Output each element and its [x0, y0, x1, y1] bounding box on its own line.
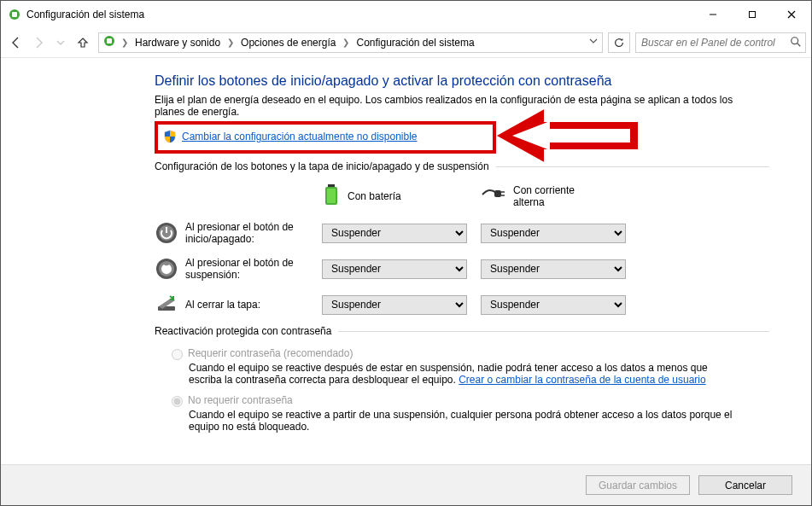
uac-shield-icon [163, 130, 177, 143]
require-password-description: Cuando el equipo se reactive después de … [189, 362, 735, 386]
breadcrumb[interactable]: Hardware y sonido [133, 35, 222, 50]
breadcrumb-separator: ❯ [339, 38, 353, 47]
search-input[interactable] [636, 33, 805, 52]
svg-rect-7 [107, 38, 112, 44]
cancel-button[interactable]: Cancelar [698, 475, 792, 495]
window: Configuración del sistema [0, 0, 812, 506]
no-password-description: Cuando el equipo se reactive a partir de… [189, 409, 735, 433]
svg-rect-1 [12, 12, 17, 17]
search-box[interactable] [635, 32, 806, 53]
svg-rect-12 [327, 189, 336, 203]
close-button[interactable] [772, 1, 811, 27]
sleep-button-label: Al presionar el botón de suspensión: [185, 257, 322, 281]
breadcrumb[interactable]: Opciones de energía [239, 35, 337, 50]
back-button[interactable] [6, 32, 26, 53]
breadcrumb-separator: ❯ [118, 38, 131, 47]
power-button-icon [155, 221, 185, 245]
titlebar: Configuración del sistema [1, 1, 811, 27]
save-button: Guardar cambios [586, 475, 690, 495]
svg-rect-13 [494, 190, 501, 197]
power-button-label: Al presionar el botón de inicio/apagado: [185, 221, 322, 245]
page-title: Definir los botones de inicio/apagado y … [155, 73, 769, 89]
require-password-label: Requerir contraseña (recomendado) [188, 347, 353, 359]
create-change-password-link[interactable]: Crear o cambiar la contraseña de la cuen… [459, 374, 706, 386]
password-on-wake-group: Reactivación protegida con contraseña Re… [155, 325, 769, 433]
address-bar[interactable]: ❯ Hardware y sonido ❯ Opciones de energí… [98, 32, 603, 53]
up-button[interactable] [73, 32, 93, 53]
power-button-ac-select[interactable]: Suspender [481, 224, 626, 243]
window-title: Configuración del sistema [26, 9, 144, 20]
close-lid-battery-select[interactable]: Suspender [322, 295, 467, 315]
no-password-label: No requerir contraseña [188, 394, 293, 406]
plugged-in-header: Con corriente alterna [481, 184, 640, 208]
control-panel-icon [102, 34, 116, 50]
close-lid-label: Al cerrar la tapa: [185, 299, 322, 311]
page-description: Elija el plan de energía deseado en el e… [155, 94, 752, 118]
minimize-button[interactable] [693, 1, 733, 27]
no-password-radio [172, 396, 183, 407]
svg-point-8 [792, 37, 798, 44]
require-password-radio [172, 349, 183, 360]
chevron-down-icon[interactable] [588, 36, 599, 49]
battery-icon [322, 183, 341, 209]
annotation-highlight: Cambiar la configuración actualmente no … [155, 121, 496, 154]
sleep-button-icon [155, 257, 185, 281]
maximize-button[interactable] [733, 1, 772, 27]
sleep-button-battery-select[interactable]: Suspender [322, 259, 467, 279]
footer: Guardar cambios Cancelar [1, 464, 811, 505]
control-panel-icon [8, 8, 21, 21]
recent-locations-button[interactable] [50, 32, 71, 53]
svg-line-9 [797, 43, 801, 46]
breadcrumb-separator: ❯ [224, 38, 237, 47]
content-area: Definir los botones de inicio/apagado y … [1, 58, 811, 464]
buttons-lid-group: Configuración de los botones y la tapa d… [155, 160, 769, 317]
power-button-battery-select[interactable]: Suspender [322, 224, 467, 243]
navbar: ❯ Hardware y sonido ❯ Opciones de energí… [1, 27, 811, 58]
group-label: Reactivación protegida con contraseña [155, 325, 338, 337]
ac-plug-icon [481, 185, 506, 206]
close-lid-icon [155, 293, 185, 317]
refresh-button[interactable] [608, 32, 630, 53]
search-icon[interactable] [790, 36, 802, 50]
close-lid-ac-select[interactable]: Suspender [481, 295, 626, 315]
sleep-button-ac-select[interactable]: Suspender [481, 259, 626, 279]
forward-button[interactable] [28, 32, 49, 53]
on-battery-header: Con batería [322, 183, 481, 209]
breadcrumb[interactable]: Configuración del sistema [354, 35, 476, 50]
change-unavailable-settings-link[interactable]: Cambiar la configuración actualmente no … [182, 131, 418, 142]
window-controls [693, 1, 811, 27]
svg-rect-3 [750, 11, 756, 17]
group-label: Configuración de los botones y la tapa d… [155, 160, 496, 172]
annotation-arrow [483, 106, 654, 166]
